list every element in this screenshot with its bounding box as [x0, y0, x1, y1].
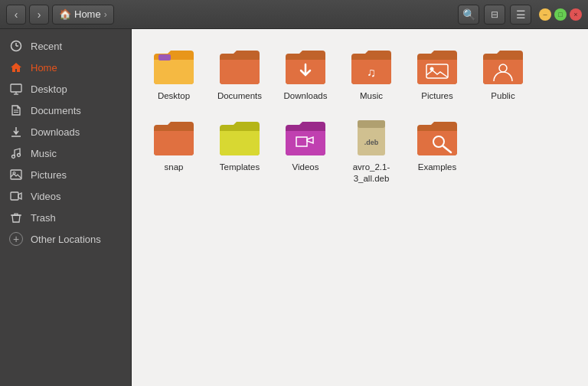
sidebar-item-desktop[interactable]: Desktop	[0, 78, 131, 100]
svg-rect-13	[11, 192, 18, 200]
documents-label: Documents	[217, 90, 262, 102]
breadcrumb-title: Home	[74, 8, 101, 20]
downloads-label: Downloads	[284, 90, 328, 102]
templates-label: Templates	[220, 162, 260, 173]
home-icon: 🏠	[59, 8, 71, 20]
documents-icon	[9, 103, 23, 117]
search-button[interactable]: 🔍	[458, 5, 479, 25]
file-item-public[interactable]: Public	[473, 41, 533, 106]
menu-button[interactable]: ☰	[510, 5, 531, 25]
view-icon: ⊟	[491, 9, 498, 20]
view-options-button[interactable]: ⊟	[484, 5, 505, 25]
svg-point-10	[18, 154, 21, 157]
sidebar-item-downloads[interactable]: Downloads	[0, 121, 131, 142]
sidebar-item-pictures[interactable]: Pictures	[0, 164, 131, 185]
main-container: Recent Home Desktop Documents Downloads	[0, 29, 588, 386]
svg-rect-15	[158, 54, 171, 61]
svg-rect-3	[11, 84, 21, 92]
sidebar-label-downloads: Downloads	[31, 126, 80, 138]
sidebar-item-videos[interactable]: Videos	[0, 185, 131, 207]
file-item-desktop[interactable]: Desktop	[144, 41, 204, 106]
examples-label: Examples	[418, 162, 457, 173]
avro-file-icon: .deb	[350, 117, 393, 159]
sidebar-label-other-locations: Other Locations	[31, 234, 101, 245]
videos-label: Videos	[292, 162, 319, 173]
file-item-music[interactable]: ♫ Music	[341, 41, 401, 106]
file-item-snap[interactable]: snap	[144, 113, 204, 189]
file-item-examples[interactable]: Examples	[407, 113, 467, 189]
sidebar-item-recent[interactable]: Recent	[0, 35, 131, 57]
sidebar-label-trash: Trash	[31, 212, 56, 224]
desktop-folder-icon	[152, 46, 195, 87]
search-icon: 🔍	[462, 8, 475, 21]
pictures-label: Pictures	[421, 90, 453, 102]
forward-button[interactable]: ›	[29, 5, 49, 25]
file-browser: Desktop Documents	[132, 29, 588, 386]
sidebar-label-recent: Recent	[31, 41, 62, 52]
documents-folder-icon	[218, 46, 261, 87]
avro-label: avro_2.1-3_all.deb	[345, 162, 398, 185]
titlebar: ‹ › 🏠 Home › 🔍 ⊟ ☰ – □ ×	[0, 0, 588, 29]
files-grid: Desktop Documents	[144, 41, 576, 189]
file-item-avro[interactable]: .deb avro_2.1-3_all.deb	[341, 113, 401, 189]
recent-icon	[9, 39, 23, 53]
sidebar: Recent Home Desktop Documents Downloads	[0, 29, 132, 386]
close-button[interactable]: ×	[570, 8, 582, 21]
sidebar-label-music: Music	[31, 148, 57, 159]
pictures-folder-icon	[416, 46, 459, 87]
snap-folder-icon	[152, 117, 195, 159]
titlebar-right: 🔍 ⊟ ☰ – □ ×	[458, 5, 582, 25]
downloads-icon	[9, 125, 23, 139]
sidebar-label-desktop: Desktop	[31, 83, 67, 95]
sidebar-label-pictures: Pictures	[31, 169, 67, 181]
svg-rect-11	[11, 170, 21, 179]
titlebar-left: ‹ › 🏠 Home ›	[6, 5, 114, 25]
file-item-downloads[interactable]: Downloads	[276, 41, 335, 106]
music-icon	[9, 146, 23, 160]
desktop-icon	[9, 82, 23, 96]
svg-rect-21	[358, 120, 385, 128]
back-button[interactable]: ‹	[6, 5, 26, 25]
breadcrumb-arrow: ›	[104, 9, 107, 20]
file-item-videos[interactable]: Videos	[276, 113, 335, 189]
templates-folder-icon	[218, 117, 261, 159]
file-item-pictures[interactable]: Pictures	[407, 41, 467, 106]
sidebar-item-trash[interactable]: Trash	[0, 207, 131, 228]
snap-label: snap	[165, 162, 184, 173]
maximize-button[interactable]: □	[554, 8, 567, 21]
music-label: Music	[360, 90, 383, 102]
sidebar-label-videos: Videos	[31, 191, 61, 202]
sidebar-item-music[interactable]: Music	[0, 142, 131, 164]
plus-icon: +	[9, 232, 23, 246]
window-controls: – □ ×	[539, 8, 582, 21]
sidebar-label-documents: Documents	[31, 105, 81, 116]
svg-text:♫: ♫	[367, 66, 376, 79]
breadcrumb[interactable]: 🏠 Home ›	[52, 5, 114, 25]
videos-folder-icon	[284, 117, 327, 159]
videos-icon	[9, 189, 23, 203]
minimize-button[interactable]: –	[539, 8, 551, 21]
svg-point-9	[12, 155, 15, 159]
public-label: Public	[491, 90, 514, 102]
menu-icon: ☰	[516, 8, 526, 21]
pictures-icon	[9, 168, 23, 182]
sidebar-item-documents[interactable]: Documents	[0, 100, 131, 121]
public-folder-icon	[482, 46, 524, 87]
examples-folder-icon	[416, 117, 459, 159]
downloads-folder-icon	[284, 46, 327, 87]
file-item-templates[interactable]: Templates	[210, 113, 270, 189]
sidebar-item-other-locations[interactable]: + Other Locations	[0, 228, 131, 250]
sidebar-item-home[interactable]: Home	[0, 57, 131, 78]
music-folder-icon: ♫	[350, 46, 393, 87]
file-item-documents[interactable]: Documents	[210, 41, 270, 106]
desktop-label: Desktop	[158, 90, 190, 102]
home-sidebar-icon	[9, 61, 23, 74]
svg-text:.deb: .deb	[364, 139, 379, 146]
sidebar-label-home: Home	[31, 62, 57, 74]
trash-icon	[9, 211, 23, 224]
